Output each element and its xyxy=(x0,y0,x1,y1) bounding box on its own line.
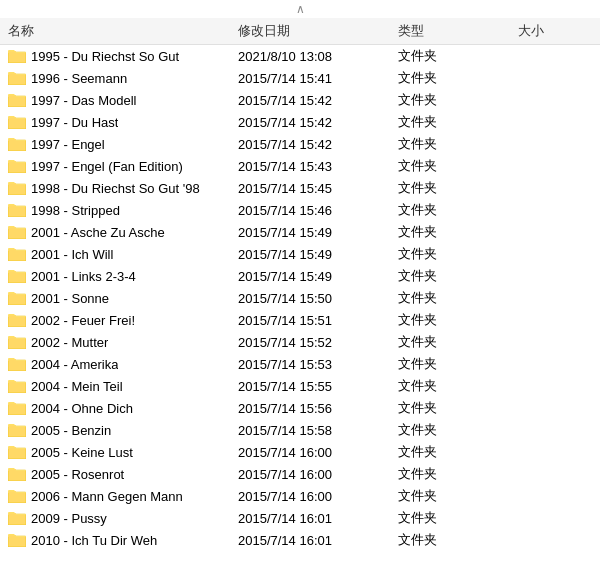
table-row[interactable]: 2004 - Mein Teil2015/7/14 15:55文件夹 xyxy=(0,375,600,397)
table-row[interactable]: 1998 - Du Riechst So Gut '982015/7/14 15… xyxy=(0,177,600,199)
table-row[interactable]: 1997 - Das Modell2015/7/14 15:42文件夹 xyxy=(0,89,600,111)
svg-rect-16 xyxy=(8,162,26,173)
cell-name: 2005 - Rosenrot xyxy=(8,467,238,482)
svg-rect-46 xyxy=(8,382,26,393)
cell-date: 2015/7/14 15:49 xyxy=(238,247,398,262)
table-row[interactable]: 2010 - Ich Tu Dir Weh2015/7/14 16:01文件夹 xyxy=(0,529,600,551)
folder-name-text: 2009 - Pussy xyxy=(31,511,107,526)
cell-name: 2006 - Mann Gegen Mann xyxy=(8,489,238,504)
svg-rect-25 xyxy=(8,228,26,239)
table-row[interactable]: 2004 - Amerika2015/7/14 15:53文件夹 xyxy=(0,353,600,375)
cell-type: 文件夹 xyxy=(398,465,518,483)
table-row[interactable]: 1997 - Engel2015/7/14 15:42文件夹 xyxy=(0,133,600,155)
table-row[interactable]: 2005 - Benzin2015/7/14 15:58文件夹 xyxy=(0,419,600,441)
svg-rect-34 xyxy=(8,294,26,305)
cell-date: 2015/7/14 15:43 xyxy=(238,159,398,174)
table-row[interactable]: 2001 - Sonne2015/7/14 15:50文件夹 xyxy=(0,287,600,309)
header-type[interactable]: 类型 xyxy=(398,22,518,40)
cell-name: 1998 - Du Riechst So Gut '98 xyxy=(8,181,238,196)
svg-rect-7 xyxy=(8,96,26,107)
table-row[interactable]: 2002 - Feuer Frei!2015/7/14 15:51文件夹 xyxy=(0,309,600,331)
folder-icon xyxy=(8,401,26,415)
folder-name-text: 2001 - Sonne xyxy=(31,291,109,306)
folder-icon xyxy=(8,291,26,305)
cell-type: 文件夹 xyxy=(398,311,518,329)
cell-date: 2015/7/14 15:52 xyxy=(238,335,398,350)
cell-type: 文件夹 xyxy=(398,91,518,109)
table-row[interactable]: 1996 - Seemann2015/7/14 15:41文件夹 xyxy=(0,67,600,89)
folder-name-text: 2005 - Rosenrot xyxy=(31,467,124,482)
table-row[interactable]: 2006 - Mann Gegen Mann2015/7/14 16:00文件夹 xyxy=(0,485,600,507)
svg-rect-55 xyxy=(8,448,26,459)
table-row[interactable]: 2005 - Rosenrot2015/7/14 16:00文件夹 xyxy=(0,463,600,485)
cell-date: 2015/7/14 15:41 xyxy=(238,71,398,86)
cell-date: 2015/7/14 15:45 xyxy=(238,181,398,196)
svg-rect-40 xyxy=(8,338,26,349)
folder-name-text: 2002 - Mutter xyxy=(31,335,108,350)
table-row[interactable]: 2001 - Links 2-3-42015/7/14 15:49文件夹 xyxy=(0,265,600,287)
folder-icon xyxy=(8,49,26,63)
cell-date: 2015/7/14 16:00 xyxy=(238,489,398,504)
header-size[interactable]: 大小 xyxy=(518,22,578,40)
folder-icon xyxy=(8,533,26,547)
folder-name-text: 1996 - Seemann xyxy=(31,71,127,86)
table-row[interactable]: 2001 - Asche Zu Asche2015/7/14 15:49文件夹 xyxy=(0,221,600,243)
svg-rect-49 xyxy=(8,404,26,415)
folder-icon xyxy=(8,247,26,261)
cell-date: 2015/7/14 15:49 xyxy=(238,269,398,284)
cell-type: 文件夹 xyxy=(398,355,518,373)
table-row[interactable]: 1997 - Du Hast2015/7/14 15:42文件夹 xyxy=(0,111,600,133)
cell-name: 1997 - Engel xyxy=(8,137,238,152)
folder-name-text: 2005 - Keine Lust xyxy=(31,445,133,460)
folder-name-text: 2004 - Mein Teil xyxy=(31,379,123,394)
cell-date: 2015/7/14 15:55 xyxy=(238,379,398,394)
cell-date: 2015/7/14 16:00 xyxy=(238,467,398,482)
svg-rect-13 xyxy=(8,140,26,151)
table-row[interactable]: 1995 - Du Riechst So Gut2021/8/10 13:08文… xyxy=(0,45,600,67)
svg-rect-19 xyxy=(8,184,26,195)
cell-name: 2001 - Sonne xyxy=(8,291,238,306)
cell-name: 1995 - Du Riechst So Gut xyxy=(8,49,238,64)
table-row[interactable]: 1997 - Engel (Fan Edition)2015/7/14 15:4… xyxy=(0,155,600,177)
table-row[interactable]: 2002 - Mutter2015/7/14 15:52文件夹 xyxy=(0,331,600,353)
header-date[interactable]: 修改日期 xyxy=(238,22,398,40)
cell-date: 2015/7/14 15:49 xyxy=(238,225,398,240)
column-headers: 名称 修改日期 类型 大小 xyxy=(0,18,600,45)
cell-type: 文件夹 xyxy=(398,157,518,175)
folder-name-text: 1998 - Stripped xyxy=(31,203,120,218)
svg-rect-10 xyxy=(8,118,26,129)
cell-type: 文件夹 xyxy=(398,399,518,417)
cell-name: 2002 - Feuer Frei! xyxy=(8,313,238,328)
table-row[interactable]: 2004 - Ohne Dich2015/7/14 15:56文件夹 xyxy=(0,397,600,419)
folder-icon xyxy=(8,511,26,525)
svg-rect-58 xyxy=(8,470,26,481)
table-row[interactable]: 1998 - Stripped2015/7/14 15:46文件夹 xyxy=(0,199,600,221)
folder-icon xyxy=(8,423,26,437)
folder-icon xyxy=(8,93,26,107)
cell-type: 文件夹 xyxy=(398,421,518,439)
cell-name: 2001 - Links 2-3-4 xyxy=(8,269,238,284)
folder-name-text: 1997 - Du Hast xyxy=(31,115,118,130)
folder-icon xyxy=(8,467,26,481)
folder-icon xyxy=(8,379,26,393)
cell-date: 2015/7/14 15:42 xyxy=(238,137,398,152)
cell-type: 文件夹 xyxy=(398,69,518,87)
file-list: ∧ 名称 修改日期 类型 大小 1995 - Du Riechst So Gut… xyxy=(0,0,600,551)
table-row[interactable]: 2009 - Pussy2015/7/14 16:01文件夹 xyxy=(0,507,600,529)
folder-name-text: 2010 - Ich Tu Dir Weh xyxy=(31,533,157,548)
cell-type: 文件夹 xyxy=(398,135,518,153)
cell-date: 2015/7/14 15:42 xyxy=(238,115,398,130)
folder-icon xyxy=(8,445,26,459)
cell-type: 文件夹 xyxy=(398,509,518,527)
table-row[interactable]: 2005 - Keine Lust2015/7/14 16:00文件夹 xyxy=(0,441,600,463)
cell-name: 2004 - Ohne Dich xyxy=(8,401,238,416)
cell-type: 文件夹 xyxy=(398,267,518,285)
cell-name: 2005 - Keine Lust xyxy=(8,445,238,460)
cell-name: 1997 - Du Hast xyxy=(8,115,238,130)
table-row[interactable]: 2001 - Ich Will2015/7/14 15:49文件夹 xyxy=(0,243,600,265)
cell-date: 2015/7/14 15:51 xyxy=(238,313,398,328)
cell-name: 1997 - Engel (Fan Edition) xyxy=(8,159,238,174)
header-name[interactable]: 名称 xyxy=(8,22,238,40)
folder-name-text: 2004 - Ohne Dich xyxy=(31,401,133,416)
cell-type: 文件夹 xyxy=(398,179,518,197)
